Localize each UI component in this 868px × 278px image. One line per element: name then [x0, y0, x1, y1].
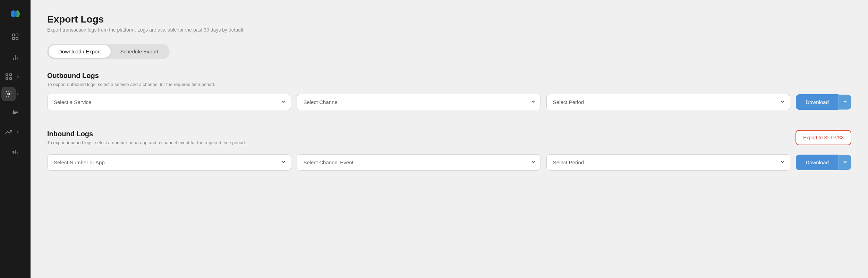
outbound-download-btn-group: Download [796, 94, 851, 110]
sidebar-item-settings[interactable] [1, 87, 29, 101]
svg-rect-7 [16, 37, 18, 40]
outbound-service-select[interactable]: Select a Service [47, 94, 291, 110]
svg-rect-6 [12, 37, 15, 40]
inbound-header-left: Inbound Logs To export inbound logs, sel… [47, 130, 795, 152]
sidebar-item-more[interactable] [6, 142, 24, 160]
outbound-channel-select[interactable]: Select Channel [297, 94, 541, 110]
svg-rect-5 [16, 34, 18, 36]
svg-point-21 [13, 113, 14, 114]
outbound-service-wrapper: Select a Service [47, 94, 291, 110]
sidebar-item-growth[interactable] [1, 125, 29, 139]
tabs-container: Download / Export Schedule Export [47, 44, 170, 59]
outbound-description: To export outbound logs, select a servic… [47, 82, 851, 87]
svg-point-19 [13, 111, 14, 112]
outbound-section: Outbound Logs To export outbound logs, s… [47, 72, 851, 110]
inbound-controls-row: Select Number or App Select Channel Even… [47, 154, 851, 171]
outbound-title: Outbound Logs [47, 72, 851, 80]
tab-schedule-export[interactable]: Schedule Export [111, 45, 168, 58]
inbound-download-btn-group: Download [796, 155, 851, 170]
sidebar-item-analytics[interactable] [6, 49, 24, 67]
sidebar-item-apps[interactable] [1, 69, 29, 84]
inbound-channel-event-select[interactable]: Select Channel Event [297, 154, 541, 171]
sidebar [0, 0, 31, 278]
page-header: Export Logs Export transaction logs from… [47, 14, 851, 33]
inbound-header-row: Inbound Logs To export inbound logs, sel… [47, 130, 851, 152]
tab-download-export[interactable]: Download / Export [49, 45, 111, 58]
inbound-channel-event-wrapper: Select Channel Event [297, 154, 541, 171]
svg-rect-12 [10, 74, 12, 76]
page-title: Export Logs [47, 14, 851, 25]
main-content: Export Logs Export transaction logs from… [31, 0, 868, 278]
section-divider [47, 120, 851, 120]
inbound-number-wrapper: Select Number or App [47, 154, 291, 171]
sidebar-item-reports[interactable] [6, 104, 24, 122]
svg-rect-14 [10, 78, 12, 80]
svg-rect-11 [6, 74, 8, 76]
inbound-title: Inbound Logs [47, 130, 795, 138]
logo[interactable] [7, 6, 24, 22]
inbound-number-select[interactable]: Select Number or App [47, 154, 291, 171]
svg-rect-13 [6, 78, 8, 80]
inbound-description: To export inbound logs, select a number … [47, 140, 795, 145]
outbound-controls-row: Select a Service Select Channel [47, 94, 851, 110]
svg-rect-4 [12, 34, 15, 36]
outbound-channel-wrapper: Select Channel [297, 94, 541, 110]
outbound-download-button[interactable]: Download [796, 94, 839, 110]
inbound-download-button[interactable]: Download [796, 155, 839, 170]
svg-point-15 [8, 93, 10, 95]
svg-point-20 [13, 112, 14, 113]
sidebar-item-dashboard[interactable] [6, 28, 24, 46]
page-subtitle: Export transaction logs from the platfor… [47, 27, 851, 33]
outbound-period-select[interactable]: Select Period [546, 94, 790, 110]
inbound-section: Inbound Logs To export inbound logs, sel… [47, 130, 851, 171]
inbound-download-arrow-button[interactable] [839, 155, 851, 170]
inbound-period-wrapper: Select Period [546, 154, 790, 171]
export-sftp-button[interactable]: Export to SFTP/S3 [795, 130, 851, 145]
inbound-period-select[interactable]: Select Period [546, 154, 790, 171]
outbound-period-wrapper: Select Period [546, 94, 790, 110]
outbound-download-arrow-button[interactable] [839, 95, 851, 110]
svg-point-3 [14, 10, 17, 17]
